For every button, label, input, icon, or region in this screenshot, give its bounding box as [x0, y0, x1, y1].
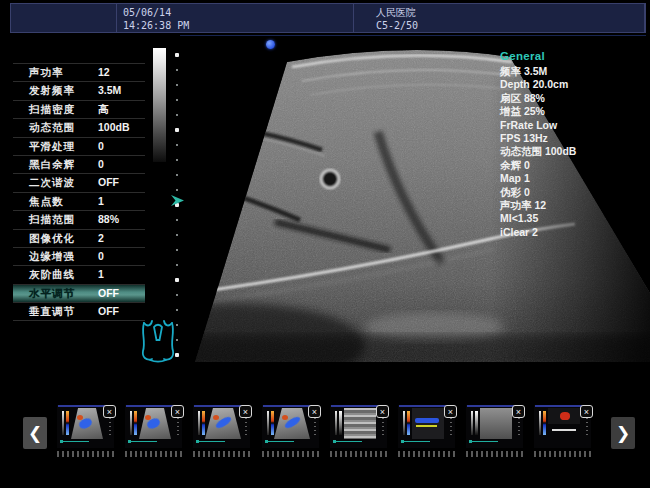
parameter-row[interactable]: 发射频率 3.5M: [13, 82, 145, 100]
parameter-row[interactable]: 焦点数 1: [13, 193, 145, 211]
thumbnail-image: ×: [330, 405, 387, 448]
close-icon[interactable]: ×: [376, 405, 389, 418]
ruler-tick: [176, 294, 178, 296]
parameter-row[interactable]: 平滑处理 0: [13, 138, 145, 156]
thumbnail-caption: [398, 451, 455, 457]
close-icon[interactable]: ×: [171, 405, 184, 418]
thumbnail[interactable]: ×: [330, 405, 387, 457]
image-parameter-text: FPS 13Hz: [500, 132, 645, 145]
status-bar-empty-cell: [11, 4, 117, 32]
parameter-value: 12: [98, 66, 110, 78]
ruler-tick: [175, 278, 179, 282]
parameter-row[interactable]: 声功率 12: [13, 64, 145, 82]
parameter-value: 1: [98, 268, 104, 280]
datetime-cell: 05/06/14 14:26:38 PM: [117, 4, 354, 32]
thumbnail-doppler-red: [213, 415, 219, 420]
filmstrip-next-button[interactable]: ❯: [611, 417, 635, 449]
thumbnail-image: ×: [125, 405, 182, 448]
parameter-label: 扫描范围: [29, 213, 75, 227]
close-icon[interactable]: ×: [512, 405, 525, 418]
image-parameter-text: 频率 3.5M: [500, 65, 645, 78]
thumbnail-grayscale-bar: [267, 411, 269, 435]
parameter-value: OFF: [98, 287, 119, 299]
thumbnail-colorbar: [202, 411, 205, 435]
ruler-tick: [176, 234, 178, 236]
parameter-row[interactable]: 灰阶曲线 1: [13, 266, 145, 284]
close-icon[interactable]: ×: [444, 405, 457, 418]
thumbnail-image: ×: [534, 405, 591, 448]
close-icon[interactable]: ×: [239, 405, 252, 418]
thumbnail-image: ×: [398, 405, 455, 448]
filmstrip-prev-button[interactable]: ❮: [23, 417, 47, 449]
close-icon[interactable]: ×: [580, 405, 593, 418]
parameter-label: 水平调节: [29, 287, 75, 301]
thumbnail-caption: [57, 451, 114, 457]
parameter-value: 88%: [98, 213, 119, 225]
thumbnail-grayscale-bar: [403, 411, 405, 435]
parameter-value: 2: [98, 232, 104, 244]
ruler-tick: [176, 249, 178, 251]
thumbnail-image: ×: [193, 405, 250, 448]
thumbnail[interactable]: ×: [398, 405, 455, 457]
thumbnail-baseline: [402, 441, 430, 442]
parameter-label: 黑白余辉: [29, 158, 75, 172]
parameter-value: 0: [98, 250, 104, 262]
thumbnail[interactable]: ×: [262, 405, 319, 457]
thumbnail-grayscale-bar: [62, 411, 64, 435]
thumbnail-scan: [480, 408, 512, 439]
thumbnail-baseline: [129, 441, 157, 442]
ruler-tick: [176, 174, 178, 176]
thumbnail-doppler-red: [77, 415, 83, 420]
image-parameter-text: Depth 20.0cm: [500, 78, 645, 91]
focus-arrow-icon: [171, 195, 184, 206]
parameter-label: 图像优化: [29, 232, 75, 246]
image-parameter-text: 余辉 0: [500, 159, 645, 172]
parameter-row[interactable]: 扫描密度 高: [13, 101, 145, 119]
parameter-label: 灰阶曲线: [29, 268, 75, 282]
thumbnail-colorbar: [271, 411, 274, 435]
thumbnail-colorbar: [543, 411, 546, 435]
ruler-tick: [176, 144, 178, 146]
thumbnail-image: ×: [466, 405, 523, 448]
thumbnail-scan: [344, 408, 376, 439]
thumbnail[interactable]: ×: [125, 405, 182, 457]
image-info-panel: General 频率 3.5MDepth 20.0cm扇区 88%增益 25%F…: [500, 50, 645, 239]
parameter-row[interactable]: 边缘增强 0: [13, 248, 145, 266]
thumbnail-doppler-red: [416, 425, 437, 427]
thumbnail-caption: [262, 451, 319, 457]
image-parameter-text: FrRate Low: [500, 119, 645, 132]
parameter-label: 二次谐波: [29, 176, 75, 190]
parameter-label: 边缘增强: [29, 250, 75, 264]
ruler-tick: [176, 69, 178, 71]
parameter-row[interactable]: 动态范围 100dB: [13, 119, 145, 137]
thumbnail-baseline: [334, 441, 362, 442]
thumbnail[interactable]: ×: [57, 405, 114, 457]
parameter-row[interactable]: 垂直调节 OFF: [13, 303, 145, 321]
parameter-value: 1: [98, 195, 104, 207]
image-parameter-text: 增益 25%: [500, 105, 645, 118]
status-bar: 05/06/14 14:26:38 PM 人民医院 C5-2/50: [10, 3, 646, 33]
image-parameter-text: 动态范围 100dB: [500, 145, 645, 158]
parameter-row[interactable]: 水平调节 OFF: [13, 285, 145, 303]
thumbnail-doppler-red: [282, 415, 288, 420]
thumbnail-doppler-blue: [560, 412, 570, 420]
thumbnail-image: ×: [262, 405, 319, 448]
thumbnail[interactable]: ×: [534, 405, 591, 457]
parameter-row[interactable]: 二次谐波 OFF: [13, 174, 145, 192]
thumbnail-caption: [125, 451, 182, 457]
thumbnail[interactable]: ×: [466, 405, 523, 457]
parameter-row[interactable]: 黑白余辉 0: [13, 156, 145, 174]
parameter-label: 焦点数: [29, 195, 64, 209]
close-icon[interactable]: ×: [103, 405, 116, 418]
ruler-tick: [176, 189, 178, 191]
time-text: 14:26:38 PM: [123, 19, 353, 32]
close-icon[interactable]: ×: [308, 405, 321, 418]
ultrasound-system-screen: 05/06/14 14:26:38 PM 人民医院 C5-2/50 声功率 12…: [0, 0, 650, 488]
ruler-tick: [176, 114, 178, 116]
thumbnail-colorbar: [475, 411, 478, 435]
thumbnail[interactable]: ×: [193, 405, 250, 457]
parameter-value: OFF: [98, 176, 119, 188]
parameter-row[interactable]: 图像优化 2: [13, 230, 145, 248]
thumbnail-baseline: [266, 441, 294, 442]
parameter-row[interactable]: 扫描范围 88%: [13, 211, 145, 229]
